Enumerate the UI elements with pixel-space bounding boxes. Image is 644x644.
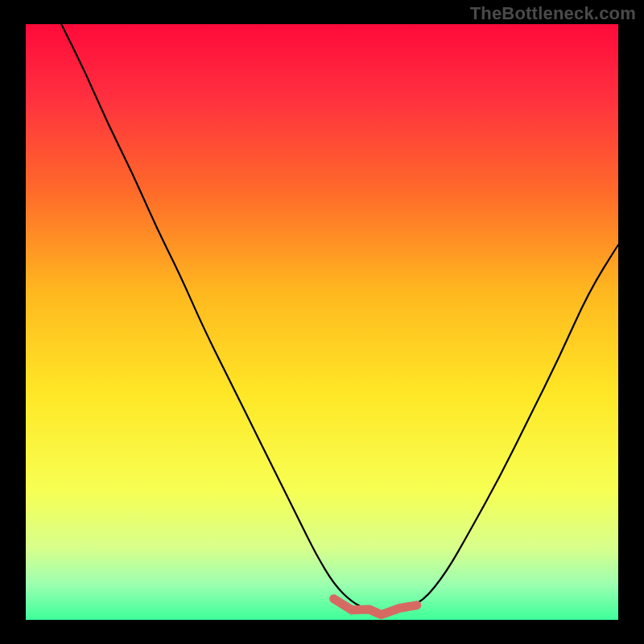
bottleneck-curve-chart bbox=[0, 0, 644, 644]
plot-area bbox=[26, 24, 618, 620]
chart-container: TheBottleneck.com bbox=[0, 0, 644, 644]
watermark: TheBottleneck.com bbox=[470, 3, 636, 24]
